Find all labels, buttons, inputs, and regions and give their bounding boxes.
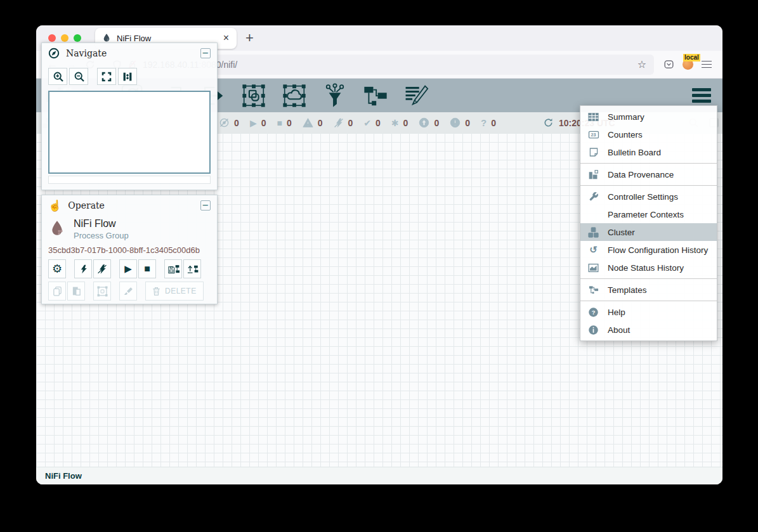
help-icon: ? <box>587 307 599 318</box>
history-icon: ↺ <box>587 244 599 256</box>
group-button[interactable] <box>93 282 111 301</box>
status-not-transmitting: 0 <box>219 117 239 128</box>
menu-item-node-status-history[interactable]: Node Status History <box>580 259 717 276</box>
tab-title: NiFi Flow <box>117 34 222 43</box>
template-component-icon[interactable] <box>362 82 389 109</box>
stale-arrow-icon <box>419 117 429 128</box>
menu-item-about[interactable]: About <box>580 321 717 339</box>
global-menu: Summary 23 Counters Bulletin Board Data … <box>580 105 717 341</box>
pocket-icon[interactable] <box>659 55 678 74</box>
invalid-warning-icon <box>303 117 313 128</box>
compass-icon <box>48 48 60 59</box>
operate-collapse-button[interactable]: − <box>200 200 211 211</box>
menu-separator <box>580 185 717 186</box>
zoom-in-button[interactable] <box>48 68 67 85</box>
menu-item-controller-settings[interactable]: Controller Settings <box>580 188 717 205</box>
counters-icon: 23 <box>587 129 599 140</box>
status-invalid: 0 <box>303 117 323 128</box>
enable-bolt-button[interactable] <box>74 259 92 278</box>
navigate-collapse-button[interactable]: − <box>200 48 211 58</box>
fill-color-brush-button[interactable] <box>119 282 137 301</box>
menu-separator <box>580 278 717 279</box>
copy-button[interactable] <box>48 282 66 301</box>
menu-separator <box>580 301 717 301</box>
data-provenance-icon <box>587 169 599 180</box>
menu-item-bulletin-board[interactable]: Bulletin Board <box>580 143 717 161</box>
bulletin-board-icon <box>587 147 599 157</box>
modified-stale-exclamation-icon <box>450 117 461 128</box>
delete-button[interactable]: DELETE <box>145 282 204 301</box>
browser-menu-icon[interactable] <box>697 61 716 68</box>
svg-text:23: 23 <box>591 132 596 138</box>
running-play-icon: ▶ <box>250 119 257 127</box>
node-status-history-icon <box>587 263 599 273</box>
selected-component: NiFi Flow Process Group <box>42 216 217 240</box>
navigate-header: Navigate − <box>42 43 217 63</box>
menu-label: Bulletin Board <box>608 148 661 157</box>
close-window-button[interactable] <box>48 34 56 42</box>
about-info-icon <box>587 325 599 335</box>
remote-process-group-component-icon[interactable] <box>281 82 308 109</box>
stopped-square-icon: ■ <box>277 119 282 127</box>
cluster-cubes-icon <box>587 227 599 238</box>
status-stale: 0 <box>419 117 439 128</box>
actual-size-button[interactable] <box>118 68 137 85</box>
menu-item-help[interactable]: ? Help <box>580 303 717 321</box>
operate-title: Operate <box>68 200 105 211</box>
summary-table-icon <box>587 112 599 122</box>
menu-label: Templates <box>608 285 647 295</box>
tab-close-icon[interactable]: × <box>222 32 230 44</box>
upload-template-button[interactable] <box>183 259 201 278</box>
disabled-bolt-icon <box>334 118 344 128</box>
navigate-title: Navigate <box>66 48 107 58</box>
start-button[interactable]: ▶ <box>119 259 137 278</box>
new-tab-button[interactable]: + <box>245 30 254 46</box>
navigate-controls <box>42 63 217 85</box>
birdseye-slider[interactable] <box>48 176 211 184</box>
up-to-date-check-icon: ✔ <box>363 119 371 127</box>
locally-modified-asterisk-icon: ✱ <box>391 119 399 127</box>
menu-item-data-provenance[interactable]: Data Provenance <box>580 165 717 183</box>
status-sync-failure: ? 0 <box>481 118 496 128</box>
sync-failure-question-icon: ? <box>481 118 487 127</box>
menu-item-parameter-contexts[interactable]: Parameter Contexts <box>580 205 717 223</box>
menu-label: Data Provenance <box>608 170 674 179</box>
bookmark-star-icon[interactable]: ☆ <box>637 58 646 70</box>
menu-label: Summary <box>608 112 644 122</box>
refresh-icon[interactable] <box>543 117 554 128</box>
nifi-favicon <box>101 33 112 43</box>
menu-label: Flow Configuration History <box>608 245 708 255</box>
menu-item-flow-configuration-history[interactable]: ↺ Flow Configuration History <box>580 241 717 259</box>
status-disabled: 0 <box>334 118 353 128</box>
breadcrumb-root-link[interactable]: NiFi Flow <box>45 471 82 481</box>
stop-button[interactable]: ■ <box>138 259 156 278</box>
operate-palette: ☝ Operate − NiFi Flow Process Group 35cb… <box>41 195 218 304</box>
status-up-to-date: ✔ 0 <box>363 118 381 128</box>
save-template-button[interactable] <box>164 259 182 278</box>
menu-item-cluster[interactable]: Cluster <box>580 223 717 241</box>
menu-label: Parameter Contexts <box>608 210 684 219</box>
nifi-global-menu-icon[interactable] <box>692 88 714 103</box>
zoom-out-button[interactable] <box>69 68 88 85</box>
birdseye-view[interactable] <box>48 91 211 174</box>
menu-label: Cluster <box>608 228 635 237</box>
menu-item-templates[interactable]: Templates <box>580 281 717 299</box>
disable-bolt-button[interactable] <box>93 259 111 278</box>
menu-item-summary[interactable]: Summary <box>580 108 717 126</box>
paste-button[interactable] <box>67 282 85 301</box>
zoom-window-button[interactable] <box>74 34 81 42</box>
funnel-component-icon[interactable] <box>322 82 348 109</box>
operate-header: ☝ Operate − <box>42 195 217 216</box>
label-component-icon[interactable] <box>403 82 429 109</box>
operate-buttons-row2: DELETE <box>42 278 217 301</box>
profile-button[interactable]: local <box>678 55 697 74</box>
wrench-icon <box>587 191 599 202</box>
minimize-window-button[interactable] <box>61 34 69 42</box>
process-group-component-icon[interactable] <box>240 82 267 109</box>
status-stopped: ■ 0 <box>277 118 291 128</box>
configure-gear-button[interactable]: ⚙ <box>48 259 66 278</box>
zoom-fit-button[interactable] <box>97 68 116 85</box>
trash-icon <box>152 287 160 296</box>
breadcrumb: NiFi Flow <box>36 467 722 484</box>
menu-item-counters[interactable]: 23 Counters <box>580 126 717 143</box>
